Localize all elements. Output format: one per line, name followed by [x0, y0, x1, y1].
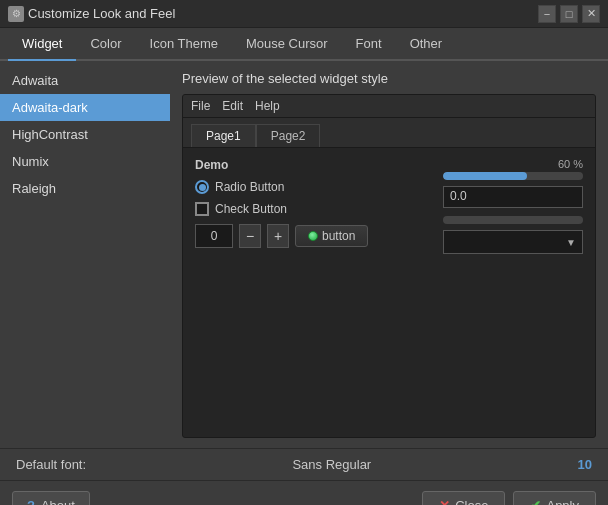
stepper-minus[interactable]: − [239, 224, 261, 248]
font-bar: Default font: Sans Regular 10 [0, 448, 608, 480]
radio-row: Radio Button [195, 180, 433, 194]
about-button[interactable]: ? About [12, 491, 90, 505]
tab-other[interactable]: Other [396, 28, 457, 61]
maximize-button[interactable]: □ [560, 5, 578, 23]
sidebar-item-adwaita-dark[interactable]: Adwaita-dark [0, 94, 170, 121]
titlebar: ⚙ Customize Look and Feel − □ ✕ [0, 0, 608, 28]
close-button[interactable]: ✕ [582, 5, 600, 23]
titlebar-left: ⚙ Customize Look and Feel [8, 6, 175, 22]
check-icon: ✔ [530, 498, 541, 505]
tab-font[interactable]: Font [342, 28, 396, 61]
menu-file[interactable]: File [191, 99, 210, 113]
stepper-plus[interactable]: + [267, 224, 289, 248]
preview-two-col: Demo Radio Button Check Button [195, 158, 583, 254]
preview-tabs: Page1 Page2 [183, 118, 595, 148]
action-buttons: ✕ Close ✔ Apply [422, 491, 596, 505]
font-bar-label: Default font: [16, 457, 86, 472]
progress-area: 60 % [443, 158, 583, 180]
preview-area: Preview of the selected widget style Fil… [170, 61, 608, 448]
x-icon: ✕ [439, 498, 450, 505]
tabbar: Widget Color Icon Theme Mouse Cursor Fon… [0, 28, 608, 61]
preview-menubar: File Edit Help [183, 95, 595, 118]
tab-color[interactable]: Color [76, 28, 135, 61]
main-area: Adwaita Adwaita-dark HighContrast Numix … [0, 61, 608, 448]
radio-button[interactable] [195, 180, 209, 194]
question-icon: ? [27, 498, 35, 505]
apply-label: Apply [546, 498, 579, 505]
radio-inner [199, 184, 206, 191]
apply-button[interactable]: ✔ Apply [513, 491, 596, 505]
sidebar-item-highcontrast[interactable]: HighContrast [0, 121, 170, 148]
number-input[interactable]: 0.0 [443, 186, 583, 208]
font-bar-value: Sans Regular [98, 457, 565, 472]
sidebar-item-adwaita[interactable]: Adwaita [0, 67, 170, 94]
progress-label: 60 % [443, 158, 583, 170]
bottom-bar: ? About ✕ Close ✔ Apply [0, 480, 608, 505]
sidebar-item-raleigh[interactable]: Raleigh [0, 175, 170, 202]
sidebar: Adwaita Adwaita-dark HighContrast Numix … [0, 61, 170, 448]
menu-edit[interactable]: Edit [222, 99, 243, 113]
preview-tab-page2[interactable]: Page2 [256, 124, 321, 147]
menu-help[interactable]: Help [255, 99, 280, 113]
check-label: Check Button [215, 202, 287, 216]
minimize-button[interactable]: − [538, 5, 556, 23]
preview-content: Demo Radio Button Check Button [183, 148, 595, 437]
button-label: button [322, 229, 355, 243]
button-dot-icon [308, 231, 318, 241]
number-display: 0 [195, 224, 233, 248]
progress-bar-background [443, 172, 583, 180]
demo-label: Demo [195, 158, 433, 172]
close-label: Close [455, 498, 488, 505]
preview-action-button[interactable]: button [295, 225, 368, 247]
right-widgets: 60 % 0.0 ▼ [443, 158, 583, 254]
tab-icon-theme[interactable]: Icon Theme [136, 28, 232, 61]
left-controls: Demo Radio Button Check Button [195, 158, 433, 254]
radio-label: Radio Button [215, 180, 284, 194]
controls-row: 0 − + button [195, 224, 433, 248]
app-icon: ⚙ [8, 6, 24, 22]
preview-label: Preview of the selected widget style [182, 71, 596, 86]
tab-mouse-cursor[interactable]: Mouse Cursor [232, 28, 342, 61]
close-button[interactable]: ✕ Close [422, 491, 505, 505]
about-label: About [41, 498, 75, 505]
check-row: Check Button [195, 202, 433, 216]
checkbox[interactable] [195, 202, 209, 216]
preview-window: File Edit Help Page1 Page2 Demo [182, 94, 596, 438]
sidebar-item-numix[interactable]: Numix [0, 148, 170, 175]
window-controls: − □ ✕ [538, 5, 600, 23]
progress-bar-fill [443, 172, 527, 180]
slider[interactable] [443, 216, 583, 224]
window-title: Customize Look and Feel [28, 6, 175, 21]
font-bar-size: 10 [578, 457, 592, 472]
tab-widget[interactable]: Widget [8, 28, 76, 61]
dropdown[interactable]: ▼ [443, 230, 583, 254]
dropdown-arrow-icon: ▼ [566, 237, 576, 248]
preview-tab-page1[interactable]: Page1 [191, 124, 256, 147]
